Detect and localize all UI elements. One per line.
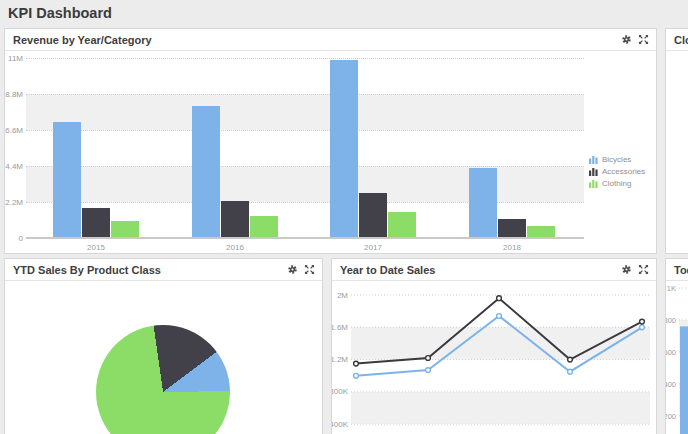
point-series-dark-2[interactable]: [426, 356, 431, 361]
point-series-blue-3[interactable]: [497, 314, 502, 319]
y-axis-label: 800K: [332, 387, 349, 396]
bar-accessories-2017[interactable]: [359, 193, 387, 237]
y-axis-label: 2.2M: [5, 198, 23, 207]
panel-ytd-sales: Year to Date Sales 2M1.6M1.2M800K400K: [331, 258, 657, 434]
gear-icon[interactable]: [621, 264, 632, 275]
maximize-icon[interactable]: [304, 264, 315, 275]
panel-ytd-class-body: [5, 281, 322, 434]
panel-toolbar: [621, 34, 649, 45]
y-axis-label: 1.6M: [332, 323, 348, 332]
point-series-blue-2[interactable]: [426, 368, 431, 373]
category-label: 2016: [215, 243, 255, 252]
y-axis-label: 600: [666, 348, 676, 357]
y-axis-label: 1.2M: [332, 355, 348, 364]
panel-revenue-body: 11M8.8M6.6M4.4M2.2M02015201620172018 Bic…: [5, 51, 656, 253]
panel-today-header: Today: [666, 259, 688, 281]
today-bar-chart: 1K800600400200: [666, 281, 688, 434]
dashboard-root: { "header": { "title": "KPI Dashboard" }…: [0, 0, 688, 434]
point-series-dark-3[interactable]: [497, 296, 502, 301]
chart-legend: BicyclesAccessoriesClothing: [589, 155, 645, 188]
point-series-blue-5[interactable]: [640, 325, 645, 330]
x-axis-line: [26, 237, 584, 239]
plot-band: [26, 94, 584, 130]
y-axis-label: 4.4M: [5, 162, 23, 171]
y-axis-label: 200: [666, 412, 676, 421]
category-label: 2018: [492, 243, 532, 252]
bar-bicycles-2016[interactable]: [192, 106, 220, 237]
panel-ytd-sales-body: 2M1.6M1.2M800K400K: [332, 281, 656, 434]
plot-band: [26, 130, 584, 166]
legend-item-clothing[interactable]: Clothing: [589, 179, 645, 188]
gear-icon[interactable]: [621, 34, 632, 45]
y-axis-label: 400: [666, 380, 676, 389]
panel-today: Today 1K800600400200: [665, 258, 688, 434]
legend-item-bicycles[interactable]: Bicycles: [589, 155, 645, 164]
gridline: [26, 58, 584, 59]
gridline: [26, 94, 584, 95]
category-label: 2017: [353, 243, 393, 252]
y-axis-label: 8.8M: [5, 90, 23, 99]
panel-toolbar: [621, 264, 649, 275]
y-axis-label: 800: [666, 316, 676, 325]
panel-ytd-sales-header: Year to Date Sales: [332, 259, 656, 281]
gridline: [26, 166, 584, 167]
plot-band: [26, 166, 584, 202]
mini-bar-chart-icon: [589, 155, 598, 164]
bar-clothing-2018[interactable]: [527, 226, 555, 237]
panel-title: Today: [674, 264, 688, 276]
bar-accessories-2016[interactable]: [221, 201, 249, 237]
point-series-dark-1[interactable]: [354, 361, 359, 366]
maximize-icon[interactable]: [638, 34, 649, 45]
mini-bar-chart-icon: [589, 167, 598, 176]
panel-title: Clothing: [674, 34, 688, 46]
point-series-dark-4[interactable]: [568, 357, 573, 362]
mini-bar-chart-icon: [589, 179, 598, 188]
panel-ytd-class-header: YTD Sales By Product Class: [5, 259, 322, 281]
pie-chart[interactable]: [96, 325, 230, 434]
panel-clothing-header: Clothing: [666, 29, 688, 51]
y-axis-label: 1K: [667, 284, 676, 293]
bar-accessories-2018[interactable]: [498, 219, 526, 237]
panel-toolbar: [287, 264, 315, 275]
panel-clothing: Clothing: [665, 28, 688, 254]
point-series-blue-1[interactable]: [354, 373, 359, 378]
panel-revenue: Revenue by Year/Category 11M8.8M6.6M4.4M…: [4, 28, 657, 254]
legend-label: Bicycles: [602, 155, 631, 164]
bar-clothing-2017[interactable]: [388, 212, 416, 237]
bar-accessories-2015[interactable]: [82, 208, 110, 237]
revenue-chart-plot: 11M8.8M6.6M4.4M2.2M02015201620172018: [26, 58, 584, 238]
panel-clothing-body: [666, 51, 688, 253]
point-series-blue-4[interactable]: [568, 369, 573, 374]
bar-today-1[interactable]: [680, 326, 688, 434]
legend-item-accessories[interactable]: Accessories: [589, 167, 645, 176]
line-chart: 2M1.6M1.2M800K400K: [332, 281, 656, 434]
panel-title: Year to Date Sales: [340, 264, 435, 276]
panel-title: YTD Sales By Product Class: [13, 264, 161, 276]
legend-label: Accessories: [602, 167, 645, 176]
category-label: 2015: [76, 243, 116, 252]
y-axis-label: 11M: [5, 54, 23, 63]
y-axis-label: 0: [5, 234, 23, 243]
y-axis-label: 400K: [332, 420, 349, 429]
panel-title: Revenue by Year/Category: [13, 34, 152, 46]
plot-band: [351, 392, 650, 424]
plot-band: [26, 58, 584, 94]
plot-band: [351, 327, 650, 359]
page-title: KPI Dashboard: [8, 5, 112, 21]
panel-today-body: 1K800600400200: [666, 281, 688, 434]
y-axis-label: 6.6M: [5, 126, 23, 135]
gridline: [26, 130, 584, 131]
maximize-icon[interactable]: [638, 264, 649, 275]
gridline: [26, 202, 584, 203]
gear-icon[interactable]: [287, 264, 298, 275]
bar-bicycles-2017[interactable]: [330, 60, 358, 237]
bar-clothing-2015[interactable]: [111, 221, 139, 237]
panel-ytd-class: YTD Sales By Product Class: [4, 258, 323, 434]
legend-label: Clothing: [602, 179, 631, 188]
bar-bicycles-2015[interactable]: [53, 122, 81, 237]
bar-bicycles-2018[interactable]: [469, 168, 497, 237]
bar-clothing-2016[interactable]: [250, 216, 278, 237]
panel-revenue-header: Revenue by Year/Category: [5, 29, 656, 51]
point-series-dark-5[interactable]: [640, 319, 645, 324]
y-axis-label: 2M: [337, 291, 348, 300]
